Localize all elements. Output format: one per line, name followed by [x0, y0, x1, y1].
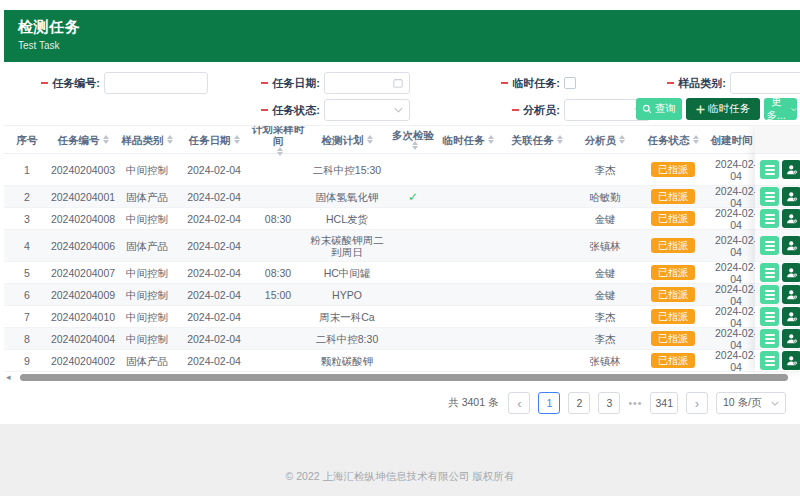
- table-row[interactable]: 120240204003中间控制2024-02-04二科中控15:30李杰已指派…: [4, 154, 800, 186]
- horizontal-scrollbar[interactable]: ◂: [4, 373, 800, 383]
- table-row[interactable]: 820240204004中间控制2024-02-04二科中控8:30李杰已指派2…: [4, 328, 800, 350]
- assign-analyst-button[interactable]: [782, 329, 800, 348]
- view-detail-button[interactable]: [760, 263, 779, 282]
- view-detail-button[interactable]: [760, 187, 779, 206]
- sort-caret-icon[interactable]: [234, 135, 240, 144]
- column-header-10[interactable]: 任务状态: [634, 134, 712, 146]
- cell-created: 2024-02-04: [712, 158, 760, 182]
- cell-date: 2024-02-04: [178, 191, 250, 203]
- user-gear-icon: [786, 240, 798, 252]
- cell-plan: HCL发货: [306, 213, 388, 225]
- cell-status: 已指派: [634, 162, 712, 177]
- column-header-6[interactable]: 多次检验: [388, 129, 438, 150]
- column-header-5[interactable]: 检测计划: [306, 134, 388, 146]
- prev-page-button[interactable]: ‹: [508, 392, 530, 414]
- cell-analyst: 李杰: [576, 164, 634, 176]
- temp-task-checkbox[interactable]: [564, 77, 576, 89]
- column-label: 多次检验: [392, 129, 434, 141]
- column-header-2[interactable]: 样品类别: [116, 134, 178, 146]
- assign-analyst-button[interactable]: [782, 351, 800, 370]
- assign-analyst-button[interactable]: [782, 285, 800, 304]
- more-button[interactable]: 更多...: [764, 98, 797, 120]
- assign-analyst-button[interactable]: [782, 307, 800, 326]
- column-label: 任务编号: [58, 134, 100, 146]
- task-no-input[interactable]: [104, 72, 208, 94]
- sort-caret-icon[interactable]: [557, 135, 563, 144]
- view-detail-button[interactable]: [760, 209, 779, 228]
- column-header-7[interactable]: 临时任务: [438, 134, 498, 146]
- sample-category-input[interactable]: [730, 72, 800, 94]
- search-button-label: 查询: [655, 102, 676, 116]
- task-status-select[interactable]: [324, 99, 410, 121]
- view-detail-button[interactable]: [760, 307, 779, 326]
- required-marker: [41, 82, 48, 84]
- page-button-last[interactable]: 341: [650, 392, 678, 414]
- task-table: 序号任务编号样品类别任务日期计划采样时间检测计划多次检验临时任务关联任务分析员任…: [4, 126, 800, 383]
- assign-analyst-button[interactable]: [782, 263, 800, 282]
- sort-caret-icon[interactable]: [488, 135, 494, 144]
- cell-category: 固体产品: [116, 355, 178, 367]
- assign-analyst-button[interactable]: [782, 236, 800, 255]
- scroll-left-icon[interactable]: ◂: [6, 373, 11, 382]
- table-row[interactable]: 920240204002固体产品2024-02-04颗粒碳酸钾张镇林已指派202…: [4, 350, 800, 372]
- scrollbar-thumb[interactable]: [20, 374, 788, 381]
- chevron-down-icon: [791, 107, 797, 112]
- required-marker: [261, 82, 268, 84]
- task-no-label: 任务编号:: [18, 72, 100, 94]
- task-date-input[interactable]: [324, 72, 410, 94]
- cell-created: 2024-02-04: [712, 305, 760, 329]
- table-row[interactable]: 520240204007中间控制2024-02-0408:30HC中间罐金键已指…: [4, 262, 800, 284]
- status-badge: 已指派: [651, 189, 695, 204]
- table-row[interactable]: 220240204001固体产品2024-02-04固体氢氧化钾✓哈敏勤已指派2…: [4, 186, 800, 208]
- view-detail-button[interactable]: [760, 351, 779, 370]
- row-actions: [755, 154, 800, 186]
- status-badge: 已指派: [651, 211, 695, 226]
- table-row[interactable]: 420240204006固体产品2024-02-04粉末碳酸钾周二到周日张镇林已…: [4, 230, 800, 262]
- cell-no: 5: [4, 267, 50, 279]
- required-marker: [667, 82, 674, 84]
- column-header-8[interactable]: 关联任务: [498, 134, 576, 146]
- sort-caret-icon[interactable]: [693, 135, 699, 144]
- page-header: 检测任务 Test Task: [4, 10, 800, 62]
- sort-caret-icon[interactable]: [367, 135, 373, 144]
- cell-created: 2024-02-04: [712, 327, 760, 351]
- page-button-1[interactable]: 1: [538, 392, 560, 414]
- column-header-4[interactable]: 计划采样时间: [250, 126, 306, 156]
- assign-analyst-button[interactable]: [782, 160, 800, 179]
- view-detail-button[interactable]: [760, 160, 779, 179]
- next-page-button[interactable]: ›: [686, 392, 708, 414]
- more-button-label: 更多...: [764, 95, 788, 123]
- page-ellipsis[interactable]: •••: [628, 397, 642, 409]
- table-row[interactable]: 320240204008中间控制2024-02-0408:30HCL发货金键已指…: [4, 208, 800, 230]
- assign-analyst-button[interactable]: [782, 209, 800, 228]
- page-button-3[interactable]: 3: [598, 392, 620, 414]
- cell-date: 2024-02-04: [178, 213, 250, 225]
- table-row[interactable]: 720240204010中间控制2024-02-04周末一科Ca李杰已指派202…: [4, 306, 800, 328]
- sort-caret-icon[interactable]: [277, 147, 283, 156]
- table-row[interactable]: 620240204009中间控制2024-02-0415:00HYPO金键已指派…: [4, 284, 800, 306]
- view-detail-button[interactable]: [760, 329, 779, 348]
- column-header-3[interactable]: 任务日期: [178, 134, 250, 146]
- sort-caret-icon[interactable]: [619, 135, 625, 144]
- status-badge: 已指派: [651, 309, 695, 324]
- search-icon: [642, 104, 652, 114]
- column-header-9[interactable]: 分析员: [576, 134, 634, 146]
- assign-analyst-button[interactable]: [782, 187, 800, 206]
- cell-no: 7: [4, 311, 50, 323]
- column-label: 计划采样时间: [250, 126, 306, 147]
- column-label: 任务日期: [189, 134, 231, 146]
- page-button-2[interactable]: 2: [568, 392, 590, 414]
- search-button[interactable]: 查询: [636, 98, 682, 120]
- cell-analyst: 金键: [576, 267, 634, 279]
- sort-caret-icon[interactable]: [103, 135, 109, 144]
- view-detail-button[interactable]: [760, 285, 779, 304]
- column-header-11[interactable]: 创建时间: [712, 134, 760, 146]
- cell-analyst: 李杰: [576, 333, 634, 345]
- sort-caret-icon[interactable]: [412, 141, 418, 150]
- column-header-1[interactable]: 任务编号: [50, 134, 116, 146]
- temp-task-button[interactable]: 临时任务: [686, 98, 760, 120]
- sort-caret-icon[interactable]: [167, 135, 173, 144]
- status-badge: 已指派: [651, 353, 695, 368]
- view-detail-button[interactable]: [760, 236, 779, 255]
- page-size-select[interactable]: 10 条/页: [716, 392, 786, 414]
